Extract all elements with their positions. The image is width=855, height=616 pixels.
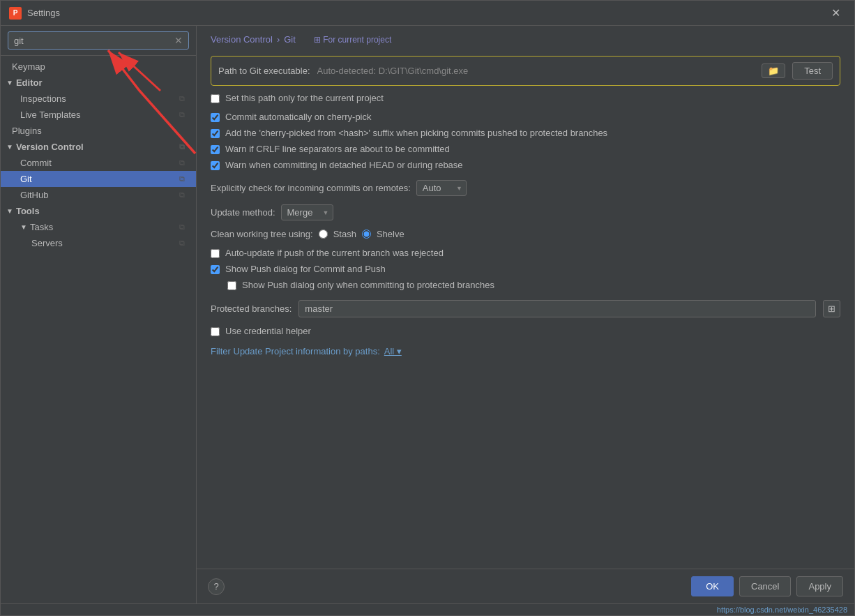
incoming-commits-label: Explicitly check for incoming commits on… bbox=[211, 183, 411, 193]
sidebar-item-git[interactable]: Git ⧉ bbox=[1, 171, 196, 187]
sidebar-item-inspections[interactable]: Inspections ⧉ bbox=[1, 91, 196, 107]
set-path-checkbox[interactable] bbox=[211, 94, 220, 103]
cherry-pick-checkbox[interactable] bbox=[211, 113, 220, 122]
sidebar-item-tasks[interactable]: ▼ Tasks ⧉ bbox=[1, 219, 196, 235]
protected-branches-label: Protected branches: bbox=[211, 303, 292, 314]
tools-expand-icon: ▼ bbox=[6, 207, 13, 215]
tasks-copy-icon: ⧉ bbox=[179, 223, 185, 232]
editor-label: Editor bbox=[16, 77, 43, 88]
show-push-protected-label: Show Push dialog only when committing to… bbox=[242, 280, 494, 290]
auto-update-label: Auto-update if push of the current branc… bbox=[225, 248, 444, 258]
filter-value[interactable]: All ▾ bbox=[384, 346, 402, 356]
sidebar-item-plugins[interactable]: Plugins bbox=[1, 123, 196, 139]
crlf-checkbox[interactable] bbox=[211, 145, 220, 154]
sidebar-item-keymap[interactable]: Keymap bbox=[1, 59, 196, 75]
breadcrumb-part2: Git bbox=[284, 34, 296, 45]
incoming-commits-select[interactable]: Auto Always Never bbox=[416, 180, 467, 196]
search-box: ✕ bbox=[1, 26, 196, 56]
editor-expand-icon: ▼ bbox=[6, 79, 13, 87]
credential-checkbox[interactable] bbox=[211, 327, 220, 336]
crlf-label: Warn if CRLF line separators are about t… bbox=[225, 144, 450, 154]
incoming-commits-row: Explicitly check for incoming commits on… bbox=[211, 180, 840, 196]
main-panel: Version Control › Git ⊞ For current proj… bbox=[197, 26, 854, 603]
set-path-label: Set this path only for the current proje… bbox=[225, 93, 384, 103]
stash-radio[interactable] bbox=[319, 230, 328, 239]
version-control-label: Version Control bbox=[16, 142, 84, 152]
vc-expand-icon: ▼ bbox=[6, 143, 13, 151]
credential-row: Use credential helper bbox=[211, 326, 840, 336]
sidebar-item-editor[interactable]: ▼ Editor bbox=[1, 75, 196, 91]
clean-tree-row: Clean working tree using: Stash Shelve bbox=[211, 229, 840, 239]
protected-branches-row: Protected branches: ⊞ bbox=[211, 300, 840, 317]
live-templates-copy-icon: ⧉ bbox=[179, 110, 185, 119]
status-bar: https://blog.csdn.net/weixin_46235428 bbox=[1, 603, 854, 615]
github-copy-icon: ⧉ bbox=[179, 190, 185, 200]
shelve-label: Shelve bbox=[377, 229, 404, 239]
cherry-pick-suffix-label: Add the 'cherry-picked from <hash>' suff… bbox=[225, 128, 607, 138]
clean-tree-label: Clean working tree using: bbox=[211, 229, 313, 239]
git-path-row: Path to Git executable: 📁 Test bbox=[211, 56, 840, 86]
test-button[interactable]: Test bbox=[792, 62, 833, 80]
set-path-row: Set this path only for the current proje… bbox=[211, 93, 840, 103]
github-label: GitHub bbox=[20, 190, 48, 200]
sidebar-item-live-templates[interactable]: Live Templates ⧉ bbox=[1, 107, 196, 123]
crlf-row: Warn if CRLF line separators are about t… bbox=[211, 144, 840, 154]
detached-checkbox[interactable] bbox=[211, 161, 220, 170]
cherry-pick-suffix-row: Add the 'cherry-picked from <hash>' suff… bbox=[211, 128, 840, 138]
footer-left: ? bbox=[208, 578, 225, 595]
cancel-button[interactable]: Cancel bbox=[739, 576, 791, 596]
tasks-expand-icon: ▼ bbox=[20, 223, 27, 231]
plugins-label: Plugins bbox=[12, 126, 42, 136]
filter-label: Filter Update Project information by pat… bbox=[211, 346, 380, 356]
footer: ? OK Cancel Apply bbox=[197, 569, 854, 603]
servers-label: Servers bbox=[31, 238, 63, 248]
search-clear-icon[interactable]: ✕ bbox=[174, 35, 183, 46]
titlebar: P Settings ✕ bbox=[1, 1, 854, 26]
shelve-radio[interactable] bbox=[362, 230, 371, 239]
help-button[interactable]: ? bbox=[208, 578, 225, 595]
cherry-pick-label: Commit automatically on cherry-pick bbox=[225, 112, 372, 122]
sidebar-item-version-control[interactable]: ▼ Version Control ⧉ bbox=[1, 139, 196, 155]
git-path-input[interactable] bbox=[317, 66, 755, 76]
path-label: Path to Git executable: bbox=[218, 66, 310, 76]
cherry-pick-row: Commit automatically on cherry-pick bbox=[211, 112, 840, 122]
apply-button[interactable]: Apply bbox=[796, 576, 843, 596]
protected-branches-expand-btn[interactable]: ⊞ bbox=[823, 300, 840, 317]
sidebar-item-tools[interactable]: ▼ Tools bbox=[1, 203, 196, 219]
search-wrapper: ✕ bbox=[8, 31, 189, 50]
breadcrumb-part1: Version Control bbox=[211, 34, 273, 45]
detached-label: Warn when committing in detached HEAD or… bbox=[225, 160, 463, 170]
auto-update-checkbox[interactable] bbox=[211, 249, 220, 258]
update-method-row: Update method: Merge Rebase bbox=[211, 204, 840, 220]
filter-row: Filter Update Project information by pat… bbox=[211, 346, 840, 356]
breadcrumb-for-project[interactable]: ⊞ For current project bbox=[314, 35, 391, 45]
show-push-row: Show Push dialog for Commit and Push bbox=[211, 264, 840, 274]
sidebar-item-commit[interactable]: Commit ⧉ bbox=[1, 155, 196, 171]
tasks-label: Tasks bbox=[30, 222, 53, 232]
update-method-label: Update method: bbox=[211, 207, 275, 218]
protected-branches-input[interactable] bbox=[298, 300, 816, 317]
nav-tree: Keymap ▼ Editor Inspections ⧉ Live Templ… bbox=[1, 56, 196, 603]
auto-update-row: Auto-update if push of the current branc… bbox=[211, 248, 840, 258]
cherry-pick-suffix-checkbox[interactable] bbox=[211, 129, 220, 138]
sidebar-item-github[interactable]: GitHub ⧉ bbox=[1, 187, 196, 203]
commit-copy-icon: ⧉ bbox=[179, 158, 185, 167]
ok-button[interactable]: OK bbox=[691, 576, 734, 596]
live-templates-label: Live Templates bbox=[20, 110, 80, 120]
inspections-copy-icon: ⧉ bbox=[179, 94, 185, 103]
status-url: https://blog.csdn.net/weixin_46235428 bbox=[717, 606, 847, 614]
settings-window: P Settings ✕ ✕ Keymap ▼ Editor bbox=[0, 0, 855, 616]
show-push-protected-checkbox[interactable] bbox=[227, 281, 236, 290]
breadcrumb: Version Control › Git ⊞ For current proj… bbox=[197, 26, 854, 50]
git-copy-icon: ⧉ bbox=[179, 174, 185, 183]
git-label: Git bbox=[20, 174, 32, 184]
sidebar-item-servers[interactable]: Servers ⧉ bbox=[1, 235, 196, 251]
update-method-select[interactable]: Merge Rebase bbox=[281, 204, 333, 220]
detached-row: Warn when committing in detached HEAD or… bbox=[211, 160, 840, 170]
stash-label: Stash bbox=[333, 229, 356, 239]
show-push-checkbox[interactable] bbox=[211, 265, 220, 274]
browse-button[interactable]: 📁 bbox=[762, 63, 785, 78]
show-push-protected-row: Show Push dialog only when committing to… bbox=[211, 280, 840, 290]
close-button[interactable]: ✕ bbox=[826, 3, 846, 22]
search-input[interactable] bbox=[14, 36, 174, 46]
